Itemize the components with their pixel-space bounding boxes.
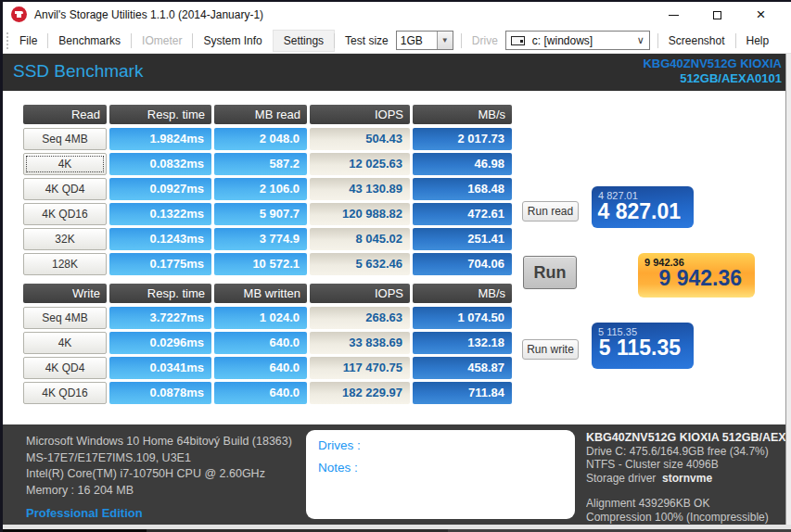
- test-row-button[interactable]: 4K: [23, 332, 107, 354]
- drive-capacity-line: Drive C: 475.6/164.9GB free (34.7%): [586, 445, 789, 459]
- edition-label: Professional Edition: [26, 506, 143, 520]
- value-cell: 711.84: [413, 382, 512, 404]
- menu-system-info[interactable]: System Info: [193, 31, 272, 51]
- value-cell: 0.0341ms: [109, 357, 211, 379]
- dropdown-arrow-icon[interactable]: ▼: [437, 32, 453, 49]
- value-cell: 0.1775ms: [109, 253, 211, 275]
- test-row-button[interactable]: Seq 4MB: [23, 307, 107, 329]
- column-header: MB/s: [413, 105, 512, 124]
- test-row-button[interactable]: 4K QD16: [23, 203, 107, 225]
- table-row: 4K0.0832ms587.212 025.6346.98: [23, 153, 512, 175]
- app-icon: [11, 6, 27, 22]
- test-row-button[interactable]: 4K QD4: [23, 357, 107, 379]
- table-header-row: ReadResp. timeMB readIOPSMB/s: [23, 105, 512, 124]
- value-cell: 0.1322ms: [109, 203, 211, 225]
- value-cell: 12 025.63: [310, 153, 410, 175]
- drives-notes-panel[interactable]: Drives : Notes :: [306, 430, 575, 519]
- drive-select[interactable]: c: [windows] ∨: [505, 31, 650, 50]
- test-size-label: Test size: [335, 34, 396, 47]
- test-row-button[interactable]: 4K: [23, 153, 107, 175]
- drive-label: Drive: [462, 34, 505, 47]
- run-button[interactable]: Run: [523, 256, 577, 289]
- value-cell: 2 106.0: [214, 178, 307, 200]
- read-results-table: ReadResp. timeMB readIOPSMB/sSeq 4MB1.98…: [23, 105, 512, 278]
- value-cell: 472.61: [413, 203, 512, 225]
- value-cell: 704.06: [413, 253, 512, 275]
- anvil-storage-utilities-window: Anvil's Storage Utilities 1.1.0 (2014-Ja…: [0, 0, 791, 532]
- device-capacity-firmware: 512GB/AEXA0101: [643, 71, 782, 86]
- motherboard-line: MS-17E7/E17E7IMS.109, U3E1: [26, 450, 292, 467]
- value-cell: 0.0832ms: [109, 153, 211, 175]
- system-summary: Microsoft Windows 10 Home 64bitový Build…: [26, 434, 292, 499]
- table-row: 4K QD160.1322ms5 907.7120 988.82472.61: [23, 203, 512, 225]
- test-row-button[interactable]: Seq 4MB: [23, 128, 107, 150]
- value-cell: 640.0: [214, 332, 307, 354]
- device-model: KBG40ZNV512G KIOXIA: [643, 57, 782, 71]
- device-name: KBG40ZNV512G KIOXIA 512GB/AEXA0101: [643, 57, 782, 86]
- close-button[interactable]: ×: [740, 2, 782, 28]
- value-cell: 117 470.75: [310, 357, 410, 379]
- os-line: Microsoft Windows 10 Home 64bitový Build…: [26, 434, 292, 450]
- window-right-border: [785, 54, 791, 525]
- column-header: MB read: [214, 105, 307, 124]
- menu-iometer: IOmeter: [132, 31, 192, 51]
- value-cell: 1.9824ms: [109, 128, 211, 150]
- filesystem-line: NTFS - Cluster size 4096B: [586, 458, 789, 472]
- page-title: SSD Benchmark: [13, 61, 143, 82]
- minimize-button[interactable]: [653, 2, 695, 28]
- menu-bar: File Benchmarks IOmeter System Info Sett…: [3, 28, 791, 54]
- test-size-select[interactable]: 1GB ▼: [396, 31, 453, 50]
- run-write-button[interactable]: Run write: [522, 339, 579, 360]
- run-read-button[interactable]: Run read: [522, 201, 579, 222]
- notes-label: Notes :: [318, 461, 575, 475]
- write-score-value: 5 115.35: [592, 336, 694, 361]
- value-cell: 0.0927ms: [109, 178, 211, 200]
- alignment-line: Alignment 439296KB OK: [586, 497, 789, 511]
- test-row-button[interactable]: 32K: [23, 228, 107, 250]
- menu-screenshot[interactable]: Screenshot: [658, 31, 735, 51]
- drive-icon: [511, 36, 525, 45]
- value-cell: 251.41: [413, 228, 512, 250]
- column-header: Read: [23, 105, 107, 124]
- test-row-button[interactable]: 4K QD16: [23, 382, 107, 404]
- memory-line: Memory : 16 204 MB: [26, 483, 292, 500]
- value-cell: 182 229.97: [310, 382, 410, 404]
- value-cell: 0.1243ms: [109, 228, 211, 250]
- total-score-value: 9 942.36: [638, 266, 755, 291]
- table-row: 4K QD40.0341ms640.0117 470.75458.87: [23, 357, 512, 379]
- test-row-button[interactable]: 4K QD4: [23, 178, 107, 200]
- menu-benchmarks[interactable]: Benchmarks: [48, 31, 131, 51]
- value-cell: 120 988.82: [310, 203, 410, 225]
- column-header: IOPS: [310, 284, 410, 303]
- table-row: 4K QD160.0878ms640.0182 229.97711.84: [23, 382, 512, 404]
- total-score-box: 9 942.36 9 942.36: [638, 253, 755, 298]
- value-cell: 268.63: [310, 307, 410, 329]
- maximize-button[interactable]: [696, 2, 738, 28]
- value-cell: 8 045.02: [310, 228, 410, 250]
- value-cell: 3.7227ms: [109, 307, 211, 329]
- value-cell: 458.87: [413, 357, 512, 379]
- menu-help[interactable]: Help: [736, 31, 780, 51]
- read-score-value: 4 827.01: [592, 199, 694, 224]
- storage-driver-line: Storage driver stornvme: [586, 472, 789, 486]
- column-header: IOPS: [310, 105, 410, 124]
- value-cell: 2 048.0: [214, 128, 307, 150]
- value-cell: 0.0296ms: [109, 332, 211, 354]
- menu-settings[interactable]: Settings: [274, 31, 334, 51]
- table-row: Seq 4MB3.7227ms1 024.0268.631 074.50: [23, 307, 512, 329]
- write-results-table: WriteResp. timeMB writtenIOPSMB/sSeq 4MB…: [23, 284, 512, 407]
- value-cell: 132.18: [413, 332, 512, 354]
- column-header: MB written: [214, 284, 307, 303]
- value-cell: 587.2: [214, 153, 307, 175]
- value-cell: 0.0878ms: [109, 382, 211, 404]
- column-header: Write: [23, 284, 107, 303]
- title-bar: Anvil's Storage Utilities 1.1.0 (2014-Ja…: [3, 2, 791, 28]
- menu-file[interactable]: File: [9, 31, 47, 51]
- column-header: Resp. time: [109, 105, 211, 124]
- test-row-button[interactable]: 128K: [23, 253, 107, 275]
- table-header-row: WriteResp. timeMB writtenIOPSMB/s: [23, 284, 512, 303]
- drive-details: KBG40ZNV512G KIOXIA 512GB/AEXA0101 Drive…: [586, 431, 789, 524]
- value-cell: 1 074.50: [413, 307, 512, 329]
- write-score-box: 5 115.35 5 115.35: [592, 323, 694, 369]
- value-cell: 33 838.69: [310, 332, 410, 354]
